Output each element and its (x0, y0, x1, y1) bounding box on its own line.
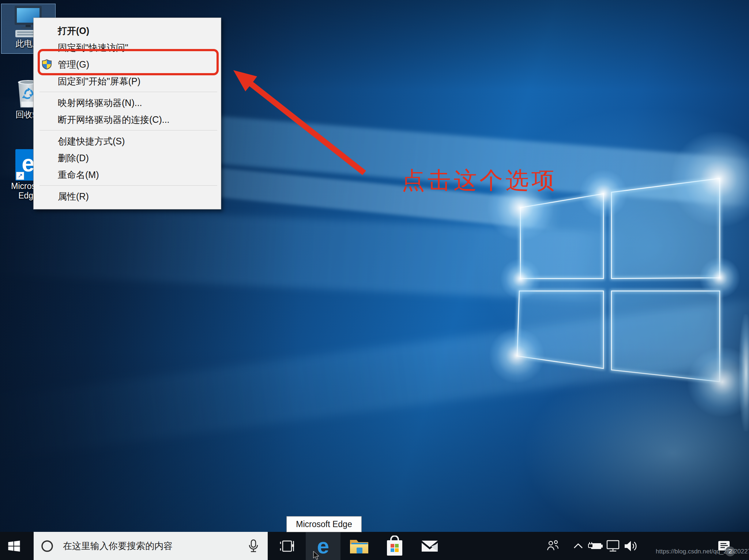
store-icon (385, 536, 404, 557)
people-icon (546, 540, 560, 552)
tray-hidden-icons-button[interactable] (571, 532, 585, 560)
taskbar: e (0, 532, 749, 560)
start-icon (7, 540, 21, 553)
volume-icon (624, 540, 638, 552)
taskbar-store-button[interactable] (379, 532, 410, 560)
context-menu: 打开(O) 固定到"快速访问" 管理(G) 固定到"开始"屏幕(P) 映射网络驱… (33, 18, 221, 209)
menu-item-disconnect-network-drive[interactable]: 断开网络驱动器的连接(C)... (34, 111, 221, 128)
mouse-cursor (313, 551, 320, 560)
menu-item-open[interactable]: 打开(O) (34, 22, 221, 39)
chevron-up-icon (574, 544, 583, 548)
watermark-text: https://blog.csdn.net/qq_25620227 (656, 548, 749, 555)
tray-people-button[interactable] (543, 532, 562, 560)
network-icon (606, 540, 620, 552)
uac-shield-icon (41, 59, 52, 70)
microphone-icon[interactable] (248, 539, 259, 553)
file-explorer-icon (349, 538, 369, 554)
taskbar-file-explorer-button[interactable] (344, 532, 374, 560)
tray-volume-button[interactable] (622, 532, 639, 560)
menu-item-manage[interactable]: 管理(G) (34, 56, 221, 73)
mail-icon (421, 539, 439, 553)
battery-icon (588, 541, 603, 551)
taskbar-edge-button[interactable]: e (306, 532, 340, 560)
task-view-icon (279, 540, 294, 552)
taskbar-mail-button[interactable] (414, 532, 445, 560)
edge-tooltip: Microsoft Edge (286, 516, 362, 532)
search-input[interactable] (63, 532, 231, 560)
menu-item-pin-start[interactable]: 固定到"开始"屏幕(P) (34, 73, 221, 90)
menu-item-properties[interactable]: 属性(R) (34, 188, 221, 205)
shortcut-arrow-overlay: ↗ (16, 172, 24, 180)
tray-network-button[interactable] (605, 532, 622, 560)
taskbar-search[interactable] (34, 532, 268, 560)
menu-separator (39, 130, 217, 130)
menu-item-map-network-drive[interactable]: 映射网络驱动器(N)... (34, 94, 221, 111)
menu-item-pin-quick-access[interactable]: 固定到"快速访问" (34, 39, 221, 56)
menu-separator (39, 92, 217, 92)
menu-item-delete[interactable]: 删除(D) (34, 150, 221, 166)
menu-separator (39, 185, 217, 186)
start-button[interactable] (0, 532, 28, 560)
cortana-circle-icon (41, 540, 53, 552)
menu-item-create-shortcut[interactable]: 创建快捷方式(S) (34, 133, 221, 150)
windows-desktop: 此电脑 回收站 e ↗ M (0, 0, 749, 560)
task-view-button[interactable] (275, 532, 298, 560)
tray-battery-button[interactable] (587, 532, 604, 560)
menu-item-rename[interactable]: 重命名(M) (34, 166, 221, 183)
